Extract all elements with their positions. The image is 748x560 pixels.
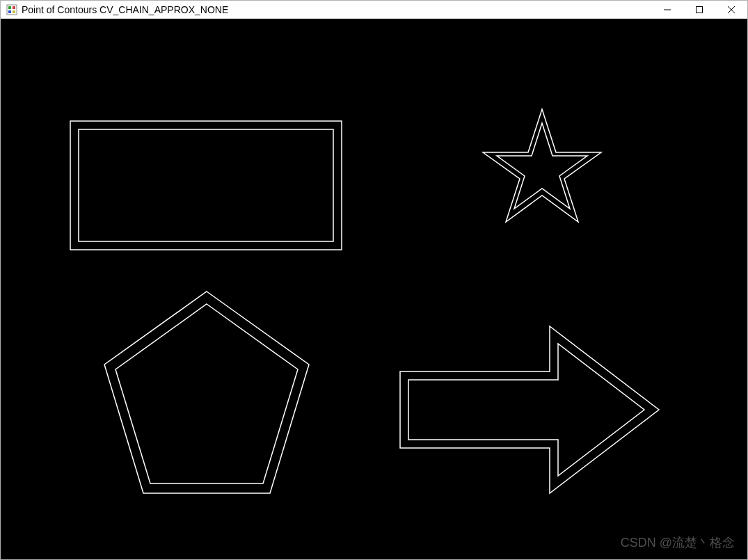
- rectangle-inner: [79, 129, 333, 241]
- window-titlebar[interactable]: Point of Contours CV_CHAIN_APPROX_NONE: [1, 1, 747, 19]
- minimize-button[interactable]: [651, 1, 683, 18]
- maximize-icon: [696, 6, 703, 13]
- svg-rect-3: [8, 10, 11, 13]
- maximize-button[interactable]: [683, 1, 715, 18]
- svg-rect-6: [697, 6, 703, 13]
- arrow-contour: [400, 326, 659, 493]
- pentagon-outer: [104, 291, 309, 493]
- window-controls: [651, 1, 747, 18]
- svg-rect-2: [13, 6, 15, 9]
- arrow-inner: [408, 344, 644, 476]
- image-viewport: CSDN @流楚丶格念: [1, 19, 747, 559]
- arrow-outer: [400, 326, 659, 493]
- close-icon: [728, 6, 735, 13]
- window-title: Point of Contours CV_CHAIN_APPROX_NONE: [22, 4, 651, 15]
- app-icon: [6, 4, 17, 15]
- pentagon-contour: [104, 291, 309, 493]
- application-window: Point of Contours CV_CHAIN_APPROX_NONE: [0, 0, 748, 560]
- close-button[interactable]: [715, 1, 747, 18]
- svg-rect-4: [13, 10, 15, 13]
- rectangle-contour: [70, 121, 342, 250]
- minimize-icon: [664, 6, 671, 13]
- pentagon-inner: [116, 304, 298, 483]
- watermark-text: CSDN @流楚丶格念: [621, 534, 735, 551]
- star-outer: [483, 109, 601, 222]
- contour-canvas: [1, 19, 747, 559]
- svg-rect-1: [8, 6, 11, 9]
- star-contour: [483, 109, 601, 222]
- rectangle-outer: [70, 121, 342, 250]
